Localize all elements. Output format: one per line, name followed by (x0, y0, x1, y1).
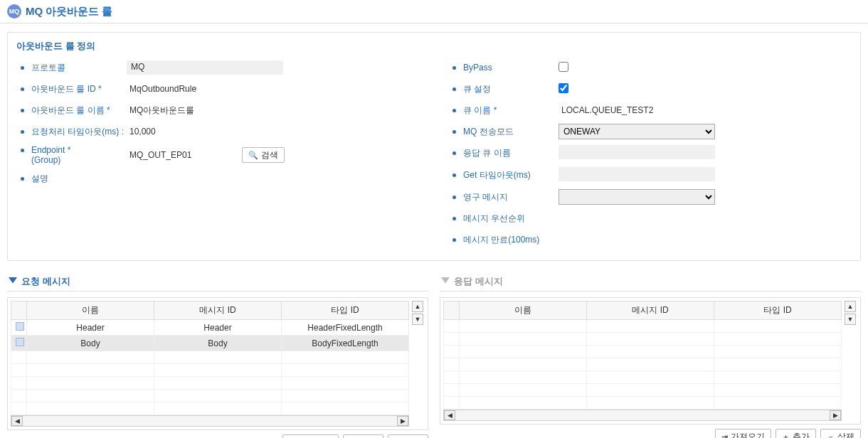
desc-label: 설명 (31, 173, 48, 185)
cell-type-id: HeaderFixedLength (282, 320, 409, 336)
row-icon (16, 338, 24, 346)
form-right-column: ByPass 큐 설정 큐 이름 * LOCAL.QUEUE_TEST2 MQ … (448, 60, 852, 253)
bullet-icon (452, 173, 456, 177)
table-row-empty (11, 377, 409, 390)
section-title: 아웃바운드 룰 정의 (16, 40, 852, 53)
bullet-icon (452, 217, 456, 220)
bullet-icon (452, 87, 456, 91)
table-row-empty (444, 371, 842, 384)
bypass-label: ByPass (463, 63, 492, 73)
queue-name-value: LOCAL.QUEUE_TEST2 (559, 104, 701, 117)
col-header-msg-id[interactable]: 메시지 ID (154, 301, 282, 320)
rule-id-label: 아웃바운드 룰 ID * (31, 83, 102, 95)
mq-mode-select[interactable]: ONEWAY (559, 124, 715, 139)
cell-msg-id: Body (154, 336, 282, 351)
endpoint-value: MQ_OUT_EP01 (127, 149, 233, 161)
page-title: MQ 아웃바운드 룰 (26, 5, 113, 18)
timeout-value: 10,000 (127, 125, 269, 138)
endpoint-search-label: 검색 (261, 149, 278, 161)
add-label: 추가 (793, 431, 810, 439)
msg-priority-label: 메시지 우선순위 (463, 213, 525, 225)
bullet-icon (452, 196, 456, 199)
collapse-toggle-icon[interactable] (9, 277, 17, 286)
bullet-icon (21, 87, 24, 91)
table-row[interactable]: BodyBodyBodyFixedLength (11, 336, 409, 351)
bullet-icon (452, 130, 456, 134)
col-header-name[interactable]: 이름 (27, 301, 154, 320)
add-button[interactable]: ＋추가 (343, 434, 383, 438)
table-row-empty (11, 402, 409, 415)
import-button[interactable]: ⇥가져오기 (282, 434, 339, 438)
endpoint-search-button[interactable]: 🔍검색 (242, 147, 285, 163)
bullet-icon (21, 177, 24, 181)
col-header-icon (444, 301, 460, 320)
table-row-empty (444, 346, 842, 358)
cell-type-id: BodyFixedLength (282, 336, 409, 351)
scroll-right-icon[interactable]: ▶ (830, 410, 841, 420)
search-icon: 🔍 (248, 151, 258, 160)
bypass-checkbox[interactable] (559, 62, 568, 72)
queue-cfg-checkbox[interactable] (559, 83, 568, 93)
col-header-type-id[interactable]: 타입 ID (714, 301, 842, 320)
response-message-table: 이름 메시지 ID 타입 ID (443, 301, 842, 410)
scroll-left-icon[interactable]: ◀ (11, 416, 23, 426)
move-down-button[interactable]: ▼ (412, 314, 423, 325)
scroll-right-icon[interactable]: ▶ (397, 416, 408, 426)
resp-queue-label: 응답 큐 이름 (463, 147, 511, 159)
endpoint-label: Endpoint * (Group) (31, 145, 70, 165)
request-message-table: 이름 메시지 ID 타입 ID HeaderHeaderHeaderFixedL… (11, 301, 409, 415)
remove-button[interactable]: －삭제 (820, 429, 861, 438)
minus-icon: － (827, 432, 835, 439)
import-button[interactable]: ⇥가져오기 (715, 429, 771, 438)
mq-badge-icon: MQ (7, 4, 21, 18)
horizontal-scrollbar[interactable]: ◀ ▶ (11, 415, 409, 427)
col-header-type-id[interactable]: 타입 ID (282, 301, 409, 320)
horizontal-scrollbar[interactable]: ◀ ▶ (443, 410, 842, 421)
response-message-section: 응답 메시지 이름 메시지 ID 타입 ID (440, 272, 861, 438)
resp-queue-value (559, 145, 715, 159)
cell-name: Body (27, 336, 154, 351)
queue-name-label: 큐 이름 * (463, 105, 497, 117)
move-up-button[interactable]: ▲ (412, 301, 423, 312)
protocol-value: MQ (127, 60, 283, 75)
svg-marker-0 (9, 277, 17, 283)
bullet-icon (21, 149, 24, 152)
table-row-empty (444, 320, 842, 333)
collapse-toggle-icon[interactable] (441, 277, 450, 286)
table-row-empty (444, 333, 842, 346)
form-left-column: 프로토콜 MQ 아웃바운드 룰 ID * MqOutboundRule 아웃바운… (16, 60, 420, 253)
import-label: 가져오기 (731, 431, 765, 439)
mq-mode-label: MQ 전송모드 (463, 126, 514, 138)
page-header: MQ MQ 아웃바운드 룰 (0, 0, 868, 23)
bullet-icon (452, 66, 456, 70)
row-icon (16, 322, 24, 331)
rule-name-value: MQ아웃바운드룰 (127, 103, 269, 118)
timeout-label: 요청처리 타임아웃(ms) : (31, 126, 124, 138)
rule-definition-section: 아웃바운드 룰 정의 프로토콜 MQ 아웃바운드 룰 ID * MqOutbou… (7, 32, 861, 261)
bullet-icon (452, 238, 456, 242)
queue-cfg-label: 큐 설정 (463, 83, 491, 95)
protocol-label: 프로토콜 (31, 62, 65, 74)
remove-button[interactable]: －삭제 (388, 434, 428, 438)
col-header-name[interactable]: 이름 (460, 301, 587, 320)
scroll-left-icon[interactable]: ◀ (444, 410, 455, 420)
import-icon: ⇥ (721, 432, 728, 439)
bullet-icon (21, 109, 24, 112)
get-timeout-value (559, 167, 715, 181)
table-row[interactable]: HeaderHeaderHeaderFixedLength (11, 320, 409, 336)
response-message-title: 응답 메시지 (454, 275, 503, 288)
add-button[interactable]: ＋추가 (776, 429, 816, 438)
bullet-icon (21, 130, 24, 134)
move-up-button[interactable]: ▲ (845, 301, 856, 312)
bullet-icon (452, 109, 456, 112)
persist-msg-label: 영구 메시지 (463, 191, 508, 203)
table-row-empty (11, 364, 409, 377)
col-header-msg-id[interactable]: 메시지 ID (587, 301, 714, 320)
request-message-title: 요청 메시지 (21, 275, 70, 288)
request-message-section: 요청 메시지 이름 메시지 ID 타입 ID HeaderHeaderHeade… (7, 272, 428, 438)
bullet-icon (21, 66, 24, 70)
move-down-button[interactable]: ▼ (845, 314, 856, 325)
table-row-empty (444, 397, 842, 410)
get-timeout-label: Get 타임아웃(ms) (463, 169, 531, 181)
persist-msg-select[interactable] (559, 189, 715, 205)
